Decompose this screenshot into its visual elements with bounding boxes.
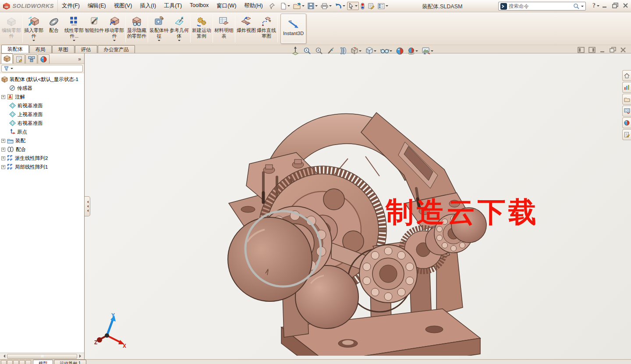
- menu-view[interactable]: 视图(V): [110, 0, 136, 12]
- assembly-features-button[interactable]: 装配体特征: [149, 13, 169, 45]
- file-explorer-tab[interactable]: [622, 94, 631, 105]
- hide-show-items-icon[interactable]: [379, 47, 393, 55]
- dropdown-caret[interactable]: [113, 40, 116, 42]
- menu-toolbox[interactable]: Toolbox: [186, 0, 213, 12]
- doc-minimize-button[interactable]: [599, 47, 606, 53]
- edit-appearance-icon[interactable]: [395, 46, 404, 56]
- expand-toggle[interactable]: +: [1, 156, 5, 160]
- dropdown-caret[interactable]: [73, 40, 75, 42]
- menu-edit[interactable]: 编辑(E): [84, 0, 110, 12]
- zoom-to-area-icon[interactable]: [302, 46, 312, 56]
- graphics-viewport[interactable]: 制造云下载 Y X Z: [85, 53, 631, 359]
- tab-evaluate[interactable]: 评估: [75, 45, 97, 53]
- nav-button[interactable]: [13, 360, 19, 364]
- nav-button[interactable]: [7, 360, 13, 364]
- menu-insert[interactable]: 插入(I): [136, 0, 160, 12]
- design-library-tab[interactable]: [622, 82, 631, 93]
- view-settings-icon[interactable]: [421, 46, 434, 56]
- explode-line-sketch-button[interactable]: 爆炸直线草图: [256, 13, 277, 45]
- new-document-button[interactable]: [279, 2, 291, 11]
- search-icon[interactable]: [573, 3, 579, 9]
- tree-item-local-pattern[interactable]: + 局部线性阵列1: [1, 163, 84, 171]
- motion-study-tab[interactable]: 运动算例 1: [54, 360, 86, 364]
- tree-item-annotations[interactable]: + A 注解: [1, 92, 84, 101]
- file-properties-button[interactable]: [366, 2, 376, 10]
- panel-tabs-overflow[interactable]: »: [78, 56, 84, 64]
- tree-horizontal-scrollbar[interactable]: [0, 353, 84, 359]
- apply-scene-icon[interactable]: [407, 46, 419, 56]
- help-button[interactable]: ?: [592, 2, 599, 9]
- nav-button[interactable]: [25, 360, 31, 364]
- featuremanager-tab[interactable]: [1, 53, 13, 64]
- tree-item-top-plane[interactable]: 上视基准面: [1, 110, 84, 119]
- custom-properties-tab[interactable]: [622, 129, 631, 140]
- scroll-left-arrow[interactable]: [0, 353, 6, 359]
- dropdown-caret[interactable]: [158, 40, 160, 42]
- search-input[interactable]: [509, 4, 571, 9]
- pane-left-toggle[interactable]: [578, 47, 585, 53]
- menu-window[interactable]: 窗口(W): [213, 0, 240, 12]
- close-button[interactable]: [623, 3, 628, 8]
- pane-right-toggle[interactable]: [588, 47, 596, 53]
- zoom-in-out-icon[interactable]: [314, 46, 324, 56]
- instant3d-button[interactable]: Instant3D: [280, 14, 306, 44]
- restore-button[interactable]: [612, 3, 618, 8]
- nav-button[interactable]: [1, 360, 7, 364]
- mate-button[interactable]: 配合: [44, 13, 64, 45]
- expand-toggle[interactable]: +: [1, 95, 5, 99]
- propertymanager-tab[interactable]: [13, 54, 25, 64]
- select-tool-button[interactable]: [347, 2, 359, 10]
- print-button[interactable]: [319, 2, 333, 10]
- exploded-view-button[interactable]: 爆炸视图: [236, 13, 256, 45]
- view-orientation-icon[interactable]: [350, 46, 362, 56]
- nav-button[interactable]: [19, 360, 25, 364]
- tab-sketch[interactable]: 草图: [52, 45, 74, 53]
- configurationmanager-tab[interactable]: [25, 54, 37, 64]
- tree-item-assembly-folder[interactable]: + 装配: [1, 136, 84, 145]
- tree-item-mates[interactable]: + 配合: [1, 145, 84, 154]
- expand-toggle[interactable]: +: [1, 139, 5, 143]
- displaymanager-tab[interactable]: [38, 54, 50, 64]
- menu-help[interactable]: 帮助(H): [240, 0, 266, 12]
- appearances-tab[interactable]: [622, 117, 631, 128]
- display-style-icon[interactable]: [365, 46, 377, 56]
- tree-item-sensors[interactable]: 传感器: [1, 84, 84, 92]
- tree-filter-box[interactable]: [1, 65, 83, 72]
- model-tab[interactable]: 模型: [33, 360, 53, 364]
- options-button[interactable]: [376, 2, 390, 10]
- smart-fasteners-button[interactable]: 智能扣件: [84, 13, 104, 45]
- rebuild-button[interactable]: [359, 2, 366, 11]
- doc-restore-button[interactable]: [610, 47, 616, 53]
- dropdown-caret[interactable]: [178, 40, 181, 42]
- search-options-caret[interactable]: [581, 6, 584, 8]
- menu-file[interactable]: 文件(F): [58, 0, 84, 12]
- tab-office-products[interactable]: 办公室产品: [98, 45, 135, 53]
- panel-splitter-handle[interactable]: [85, 196, 90, 216]
- rotate-view-icon[interactable]: [326, 46, 336, 56]
- scrollbar-thumb[interactable]: [7, 354, 77, 359]
- expand-toggle[interactable]: +: [1, 165, 5, 169]
- show-hidden-components-button[interactable]: 显示隐藏的零部件: [127, 13, 147, 45]
- tree-item-front-plane[interactable]: 前视基准面: [1, 101, 84, 110]
- menu-pin-icon[interactable]: [269, 3, 275, 9]
- section-view-icon[interactable]: [338, 46, 347, 56]
- tree-root-assembly[interactable]: 装配体 (默认<默认_显示状态-1: [1, 75, 84, 84]
- new-motion-study-button[interactable]: 新建运动算例: [191, 13, 212, 45]
- move-component-button[interactable]: 移动零部件: [104, 13, 124, 45]
- reference-geometry-button[interactable]: 参考几何体: [169, 13, 189, 45]
- menu-tools[interactable]: 工具(T): [160, 0, 186, 12]
- search-command-box[interactable]: [498, 2, 586, 11]
- large-end-cap[interactable]: [228, 217, 312, 301]
- tree-item-origin[interactable]: 原点: [1, 127, 84, 136]
- home-tab[interactable]: [622, 70, 631, 81]
- tree-item-derived-pattern[interactable]: + 派生线性阵列2: [1, 154, 84, 163]
- tab-assembly[interactable]: 装配体: [1, 45, 29, 53]
- view-palette-tab[interactable]: [622, 106, 631, 117]
- dropdown-caret[interactable]: [32, 40, 35, 42]
- insert-component-button[interactable]: 插入零部件: [24, 13, 44, 45]
- linear-component-pattern-button[interactable]: 线性零部件...: [64, 13, 84, 45]
- open-document-button[interactable]: [292, 2, 306, 10]
- edit-component-button[interactable]: 编辑零部件: [1, 13, 21, 45]
- minimize-button[interactable]: [602, 3, 608, 8]
- undo-button[interactable]: [333, 2, 347, 10]
